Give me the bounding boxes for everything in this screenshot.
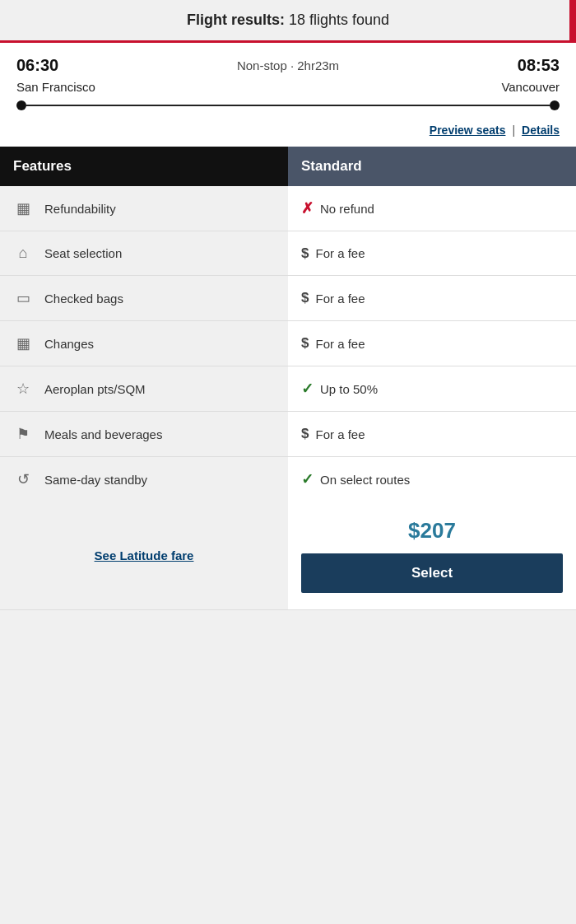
bottom-row: See Latitude fare $207 Select	[0, 502, 576, 609]
value-cell: ✓On select routes	[288, 457, 576, 502]
feature-label: Checked bags	[44, 292, 123, 306]
standby-icon: ↺	[13, 470, 33, 488]
value-text: No refund	[320, 202, 374, 216]
no-refund-icon: ✗	[301, 199, 314, 217]
value-cell: ✗No refund	[288, 186, 576, 231]
link-separator: |	[512, 124, 515, 137]
feature-cell: ☆Aeroplan pts/SQM	[0, 366, 288, 411]
origin-city: San Francisco	[16, 80, 95, 94]
depart-time: 06:30	[16, 56, 58, 75]
feature-label: Meals and beverages	[44, 427, 162, 441]
value-text: For a fee	[315, 246, 365, 260]
bottom-left: See Latitude fare	[0, 502, 288, 609]
feature-label: Refundability	[44, 202, 116, 216]
flight-duration: Non-stop · 2hr23m	[237, 58, 339, 72]
value-cell: ✓Up to 50%	[288, 366, 576, 412]
star-icon: ☆	[13, 380, 33, 398]
checkmark-icon: ✓	[301, 470, 314, 488]
changes-icon: ▦	[13, 334, 33, 352]
preview-seats-link[interactable]: Preview seats	[430, 124, 506, 137]
feature-cell: ▦Refundability	[0, 186, 288, 231]
seat-icon: ⌂	[13, 245, 33, 262]
features-table: Features Standard ▦Refundability✗No refu…	[0, 147, 576, 502]
destination-city: Vancouver	[501, 80, 560, 94]
value-text: On select routes	[320, 473, 410, 487]
feature-label: Seat selection	[44, 246, 122, 260]
feature-label: Changes	[44, 337, 94, 351]
feature-cell: ↺Same-day standby	[0, 457, 288, 502]
bottom-right: $207 Select	[288, 502, 576, 609]
feature-cell: ⌂Seat selection	[0, 231, 288, 275]
feature-label: Same-day standby	[44, 473, 147, 487]
col-features-header: Features	[0, 147, 288, 186]
top-bar: Flight results: 18 flights found	[0, 0, 576, 43]
arrive-time: 08:53	[518, 56, 560, 75]
details-link[interactable]: Details	[522, 124, 560, 137]
value-cell: $For a fee	[288, 412, 576, 457]
flight-cities: San Francisco Vancouver	[16, 80, 560, 94]
see-latitude-link[interactable]: See Latitude fare	[95, 548, 194, 562]
dollar-icon: $	[301, 426, 309, 442]
route-line	[26, 105, 550, 106]
checkmark-icon: ✓	[301, 380, 314, 398]
table-row: ↺Same-day standby✓On select routes	[0, 457, 576, 502]
feature-cell: ⚑Meals and beverages	[0, 412, 288, 456]
flight-header: 06:30 Non-stop · 2hr23m 08:53 San Franci…	[0, 43, 576, 110]
value-cell: $For a fee	[288, 321, 576, 366]
value-cell: $For a fee	[288, 276, 576, 321]
table-row: ☆Aeroplan pts/SQM✓Up to 50%	[0, 366, 576, 412]
price-display: $207	[408, 518, 456, 544]
table-row: ⚑Meals and beverages$For a fee	[0, 412, 576, 457]
value-text: For a fee	[315, 292, 365, 306]
flight-route-line	[16, 100, 560, 110]
flight-times: 06:30 Non-stop · 2hr23m 08:53	[16, 56, 560, 75]
origin-dot	[16, 100, 26, 110]
col-standard-header: Standard	[288, 147, 576, 186]
dollar-icon: $	[301, 245, 309, 262]
value-text: For a fee	[315, 337, 365, 351]
feature-cell: ▦Changes	[0, 321, 288, 366]
table-row: ▦Refundability✗No refund	[0, 186, 576, 231]
table-row: ▦Changes$For a fee	[0, 321, 576, 366]
value-cell: $For a fee	[288, 231, 576, 276]
flight-links: Preview seats | Details	[0, 124, 576, 147]
bag-icon: ▭	[13, 289, 33, 307]
flight-card: 06:30 Non-stop · 2hr23m 08:53 San Franci…	[0, 43, 576, 610]
value-text: For a fee	[315, 427, 365, 441]
value-text: Up to 50%	[320, 382, 378, 396]
table-row: ▭Checked bags$For a fee	[0, 276, 576, 321]
select-button[interactable]: Select	[301, 553, 563, 593]
dollar-icon: $	[301, 290, 309, 306]
dollar-icon: $	[301, 335, 309, 352]
page-title: Flight results: 18 flights found	[187, 12, 389, 29]
feature-label: Aeroplan pts/SQM	[44, 382, 146, 396]
accent-bar	[569, 0, 576, 40]
calendar-icon: ▦	[13, 199, 33, 217]
feature-cell: ▭Checked bags	[0, 276, 288, 320]
destination-dot	[550, 100, 560, 110]
meals-icon: ⚑	[13, 425, 33, 443]
table-row: ⌂Seat selection$For a fee	[0, 231, 576, 276]
